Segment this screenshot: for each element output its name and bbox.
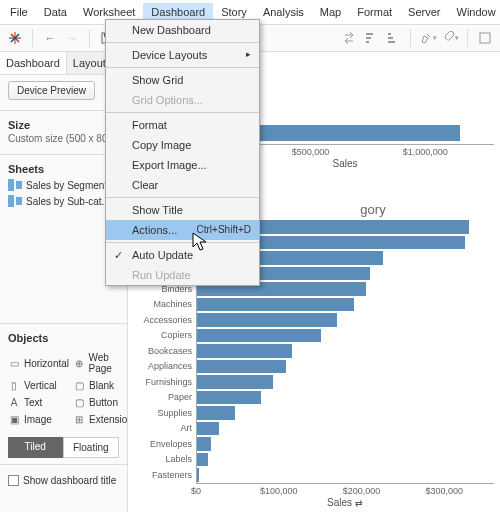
- show-title-checkbox[interactable]: [8, 475, 19, 486]
- category-label: Supplies: [132, 408, 196, 418]
- menu-item-grid-options-: Grid Options...: [106, 90, 259, 110]
- menu-item-actions-[interactable]: Actions...Ctrl+Shift+D: [106, 220, 259, 240]
- bar-row: Art: [132, 421, 494, 437]
- object-web-page[interactable]: ⊕Web Page: [73, 352, 128, 374]
- object-icon: ▯: [8, 380, 20, 391]
- menu-item-export-image-[interactable]: Export Image...: [106, 155, 259, 175]
- object-horizontal[interactable]: ▭Horizontal: [8, 352, 69, 374]
- menu-file[interactable]: File: [2, 3, 36, 21]
- back-icon[interactable]: ←: [41, 29, 59, 47]
- bar[interactable]: [197, 313, 337, 327]
- axis-tick: $300,000: [426, 486, 464, 496]
- axis-tick: $100,000: [260, 486, 298, 496]
- bar-row: Labels: [132, 452, 494, 468]
- svg-rect-7: [366, 41, 369, 43]
- tab-dashboard[interactable]: Dashboard: [0, 52, 67, 74]
- menu-item-clear[interactable]: Clear: [106, 175, 259, 195]
- category-label: Art: [132, 423, 196, 433]
- menu-item-format[interactable]: Format: [106, 115, 259, 135]
- bar[interactable]: [197, 437, 211, 451]
- objects-heading: Objects: [8, 332, 119, 344]
- object-extension[interactable]: ⊞Extension: [73, 414, 128, 425]
- menu-item-show-title[interactable]: Show Title: [106, 200, 259, 220]
- bar[interactable]: [197, 329, 321, 343]
- fit-icon[interactable]: [476, 29, 494, 47]
- bar-row: Accessories: [132, 312, 494, 328]
- floating-button[interactable]: Floating: [63, 437, 120, 458]
- category-label: Paper: [132, 392, 196, 402]
- object-button[interactable]: ▢Button: [73, 397, 128, 408]
- object-icon: ▢: [73, 397, 85, 408]
- menu-item-new-dashboard[interactable]: New Dashboard: [106, 20, 259, 40]
- device-preview-button[interactable]: Device Preview: [8, 81, 95, 100]
- category-label: Bookcases: [132, 346, 196, 356]
- object-text[interactable]: AText: [8, 397, 69, 408]
- category-label: Copiers: [132, 330, 196, 340]
- bar[interactable]: [197, 453, 208, 467]
- bar-row: Paper: [132, 390, 494, 406]
- bar[interactable]: [197, 298, 354, 312]
- menu-item-device-layouts[interactable]: Device Layouts: [106, 45, 259, 65]
- menu-server[interactable]: Server: [400, 3, 448, 21]
- bar-row: Appliances: [132, 359, 494, 375]
- bar-row: Bookcases: [132, 343, 494, 359]
- sheets-heading: Sheets: [8, 163, 119, 175]
- menu-analysis[interactable]: Analysis: [255, 3, 312, 21]
- svg-rect-9: [366, 33, 373, 35]
- axis-tick: $0: [191, 486, 201, 496]
- object-icon: ▢: [73, 380, 85, 391]
- tiled-button[interactable]: Tiled: [8, 437, 63, 458]
- bar[interactable]: [197, 375, 273, 389]
- sort-desc-icon[interactable]: [384, 29, 402, 47]
- axis-tick: $500,000: [292, 147, 330, 157]
- bar-row: Envelopes: [132, 436, 494, 452]
- worksheet-icon: [8, 179, 22, 191]
- attach-icon[interactable]: ▾: [441, 29, 459, 47]
- object-blank[interactable]: ▢Blank: [73, 380, 128, 391]
- bar[interactable]: [197, 468, 199, 482]
- object-icon: A: [8, 397, 20, 408]
- category-label: Appliances: [132, 361, 196, 371]
- bar[interactable]: [197, 391, 261, 405]
- svg-rect-12: [388, 41, 395, 43]
- bar[interactable]: [197, 422, 219, 436]
- category-label: Furnishings: [132, 377, 196, 387]
- bar-row: Furnishings: [132, 374, 494, 390]
- bar[interactable]: [197, 360, 286, 374]
- axis-tick: $1,000,000: [403, 147, 448, 157]
- swap-icon[interactable]: [340, 29, 358, 47]
- object-icon: ⊞: [73, 414, 85, 425]
- object-icon: ▭: [8, 358, 20, 369]
- category-label: Envelopes: [132, 439, 196, 449]
- dashboard-menu-dropdown: New DashboardDevice LayoutsShow GridGrid…: [105, 19, 260, 286]
- show-title-label: Show dashboard title: [23, 475, 116, 486]
- bar[interactable]: [197, 406, 235, 420]
- axis-label-2: Sales ⇄: [196, 497, 494, 508]
- menu-item-auto-update[interactable]: Auto Update: [106, 245, 259, 265]
- menu-map[interactable]: Map: [312, 3, 349, 21]
- highlight-icon[interactable]: ▾: [419, 29, 437, 47]
- category-label: Labels: [132, 454, 196, 464]
- sort-asc-icon[interactable]: [362, 29, 380, 47]
- menu-item-copy-image[interactable]: Copy Image: [106, 135, 259, 155]
- bar-row: Machines: [132, 297, 494, 313]
- forward-icon[interactable]: →: [63, 29, 81, 47]
- svg-rect-10: [388, 33, 391, 35]
- object-icon: ⊕: [73, 358, 84, 369]
- menu-item-show-grid[interactable]: Show Grid: [106, 70, 259, 90]
- object-vertical[interactable]: ▯Vertical: [8, 380, 69, 391]
- object-image[interactable]: ▣Image: [8, 414, 69, 425]
- object-icon: ▣: [8, 414, 20, 425]
- worksheet-icon: [8, 195, 22, 207]
- axis-tick: $200,000: [343, 486, 381, 496]
- menu-data[interactable]: Data: [36, 3, 75, 21]
- menu-item-run-update: Run Update: [106, 265, 259, 285]
- svg-line-13: [427, 34, 430, 37]
- bar-row: Fasteners: [132, 467, 494, 483]
- bar[interactable]: [197, 344, 292, 358]
- svg-rect-8: [366, 37, 371, 39]
- menu-window[interactable]: Window: [449, 3, 501, 21]
- size-heading: Size: [8, 119, 119, 131]
- menu-format[interactable]: Format: [349, 3, 400, 21]
- tableau-logo-icon: [6, 29, 24, 47]
